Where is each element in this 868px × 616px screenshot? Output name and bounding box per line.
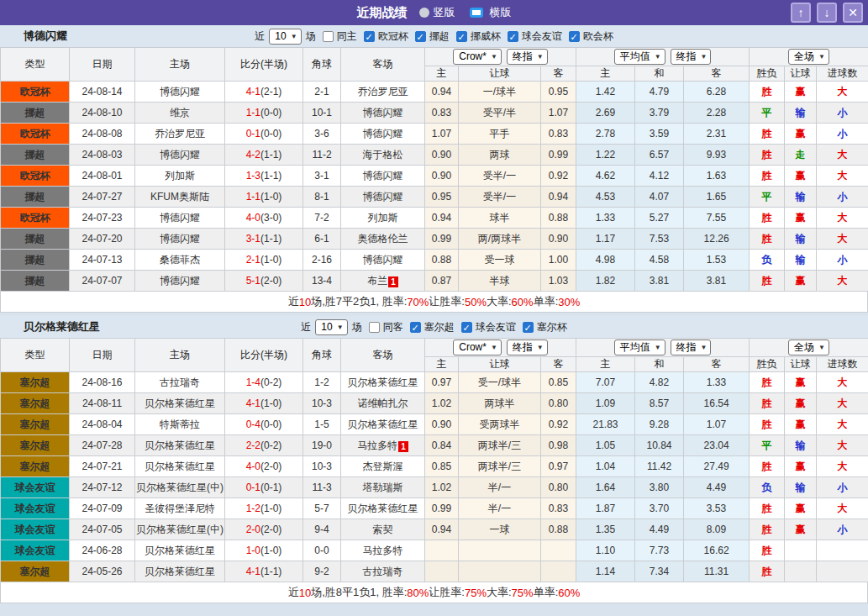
average-select-0[interactable]: 平均值▼	[614, 49, 665, 65]
league-checkbox-0-2[interactable]: ✓	[456, 31, 467, 42]
home-team-cell: 贝尔格莱德红星	[135, 540, 225, 561]
league-checkbox-0-3[interactable]: ✓	[508, 31, 518, 42]
average-odds-cell-0: 21.83	[576, 414, 635, 435]
average-select-0-value: 平均值	[620, 50, 650, 64]
outcome-cell-0: 胜	[750, 208, 785, 229]
average-select-1[interactable]: 平均值▼	[614, 340, 665, 355]
outcome-cell-2: 大	[817, 82, 868, 103]
handicap-odds-cell-1: 受一球	[459, 250, 541, 271]
date-cell: 24-07-28	[70, 435, 135, 456]
bookmaker-select-1[interactable]: Crow*▼	[453, 340, 502, 355]
chevron-down-icon: ▼	[491, 53, 497, 61]
date-cell: 24-08-08	[70, 124, 135, 145]
fulltime-score: 2-1	[246, 254, 260, 266]
average-odds-cell-0: 4.98	[576, 250, 635, 271]
home-team-cell: KFUM奥斯陆	[135, 187, 225, 208]
handicap-odds-cell-2: 0.98	[541, 435, 576, 456]
away-team-name: 博德闪耀	[363, 191, 403, 203]
handicap-odds-cell-1: 半球	[459, 271, 541, 292]
away-team-cell: 古拉瑞奇	[341, 561, 425, 582]
score-cell: 4-1(2-1)	[225, 82, 303, 103]
outcome-cell-1: 赢	[785, 82, 817, 103]
close-button[interactable]: ✕	[843, 3, 863, 23]
league-checkbox-0-4[interactable]: ✓	[569, 31, 580, 42]
average-odds-cell-0: 4.53	[576, 187, 635, 208]
outcome-cell-1: 赢	[785, 393, 817, 414]
halftime-score: (3-0)	[260, 212, 281, 224]
scope-select-0[interactable]: 全场▼	[788, 49, 829, 65]
score-cell: 2-2(0-2)	[225, 435, 303, 456]
score-cell: 1-1(1-0)	[225, 187, 303, 208]
match-count-select-1[interactable]: 10▼	[315, 319, 347, 335]
bookmaker-select-1-value: Crow*	[459, 341, 487, 353]
col-header-odds-5: 客	[684, 66, 750, 82]
radio-horizontal-layout[interactable]: 横版	[467, 5, 512, 20]
match-count-select-0-value: 10	[275, 30, 286, 42]
away-team-name: 马拉多特	[357, 440, 397, 451]
col-header-odds-8: 进球数	[817, 66, 868, 82]
away-team-cell: 奥德格伦兰	[341, 229, 425, 250]
away-team-name: 博德闪耀	[363, 254, 403, 266]
league-checkbox-0-1[interactable]: ✓	[415, 31, 426, 42]
league-type-cell: 塞尔超	[1, 393, 70, 414]
chevron-down-icon: ▼	[818, 344, 825, 351]
handicap-odds-cell-0: 0.94	[425, 519, 459, 540]
radio-vertical-layout[interactable]: 竖版	[419, 5, 455, 20]
handicap-odds-cell-1: 两球半	[459, 393, 541, 414]
average-group-header: 平均值▼终指▼	[576, 339, 750, 357]
league-checkbox-1-1[interactable]: ✓	[461, 322, 472, 333]
move-down-button[interactable]: ↓	[817, 3, 837, 23]
radio-horizontal-label: 横版	[490, 5, 512, 20]
bookmaker-select-0[interactable]: Crow*▼	[453, 49, 502, 65]
away-team-cell: 塔勒瑞斯	[341, 477, 425, 498]
handicap-odds-cell-1: 受两球半	[459, 414, 541, 435]
handicap-odds-cell-0: 0.97	[425, 372, 459, 393]
move-up-button[interactable]: ↑	[791, 3, 811, 23]
away-team-cell: 博德闪耀	[341, 187, 425, 208]
home-team-name: 贝尔格莱德红星	[145, 440, 215, 451]
away-team-name: 海于格松	[363, 149, 403, 161]
average-period-select-1-value: 终指	[676, 340, 697, 355]
away-team-cell: 贝尔格莱德红星	[341, 498, 425, 519]
summary-segment: 近	[288, 585, 299, 600]
halftime-score: (0-2)	[260, 376, 281, 388]
recent-results-window: 近期战绩 竖版 横版 ↑ ↓ ✕ 博德闪耀 近10▼场同主✓	[0, 0, 868, 616]
same-venue-checkbox-0[interactable]	[323, 31, 334, 42]
home-team-name: 贝尔格莱德红星	[145, 461, 215, 472]
league-checkbox-0-0[interactable]: ✓	[364, 31, 375, 42]
average-period-select-1[interactable]: 终指▼	[671, 340, 712, 355]
average-odds-cell-1: 4.07	[635, 187, 684, 208]
bookmaker-period-select-0[interactable]: 终指▼	[507, 49, 548, 65]
league-checkbox-1-2[interactable]: ✓	[523, 322, 534, 333]
down-arrow-icon: ↓	[824, 6, 830, 19]
match-count-select-0[interactable]: 10▼	[269, 29, 301, 45]
away-team-cell: 诺维帕扎尔	[341, 393, 425, 414]
corner-cell: 1-5	[303, 414, 341, 435]
average-period-select-0[interactable]: 终指▼	[671, 49, 712, 65]
score-cell: 4-1(1-1)	[225, 561, 303, 582]
average-odds-cell-0: 1.22	[576, 145, 635, 166]
corner-cell: 0-0	[303, 540, 341, 561]
outcome-cell-2: 大	[817, 414, 868, 435]
date-cell: 24-08-16	[70, 372, 135, 393]
scope-select-1[interactable]: 全场▼	[788, 340, 829, 355]
handicap-odds-cell-0: 0.83	[425, 103, 459, 124]
date-cell: 24-08-10	[70, 103, 135, 124]
col-header-odds-4: 和	[635, 357, 684, 372]
average-odds-cell-1: 3.59	[635, 124, 684, 145]
handicap-odds-cell-0: 1.02	[425, 393, 459, 414]
handicap-odds-cell-2: 1.00	[541, 250, 576, 271]
league-label: 挪威杯	[471, 29, 501, 44]
average-odds-cell-1: 10.84	[635, 435, 684, 456]
summary-segment: 10	[299, 587, 311, 599]
table-row: 欧冠杯24-08-14博德闪耀4-1(2-1)2-1乔治罗尼亚0.94一/球半0…	[1, 82, 868, 103]
league-checkbox-1-0[interactable]: ✓	[410, 322, 421, 333]
away-team-cell: 马拉多特1	[341, 435, 425, 456]
bookmaker-period-select-1[interactable]: 终指▼	[507, 340, 548, 355]
league-type-cell: 球会友谊	[1, 540, 70, 561]
halftime-score: (1-1)	[260, 149, 281, 161]
table-row: 挪超24-07-13桑德菲杰2-1(1-0)2-16博德闪耀0.88受一球1.0…	[1, 250, 868, 271]
outcome-cell-1: 赢	[785, 456, 817, 477]
same-venue-checkbox-1[interactable]	[369, 322, 380, 333]
home-team-cell: 维京	[135, 103, 225, 124]
